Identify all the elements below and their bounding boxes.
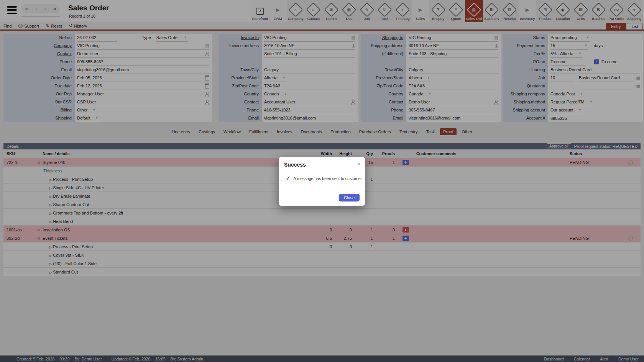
success-dialog: Success × ✓ A message has been sent to c… bbox=[279, 157, 365, 206]
close-icon[interactable]: × bbox=[357, 161, 360, 167]
check-icon: ✓ bbox=[286, 175, 291, 182]
close-button[interactable]: Close bbox=[339, 194, 360, 201]
dialog-title: Success bbox=[284, 162, 360, 168]
dialog-message: A message has been sent to customer bbox=[293, 176, 362, 181]
